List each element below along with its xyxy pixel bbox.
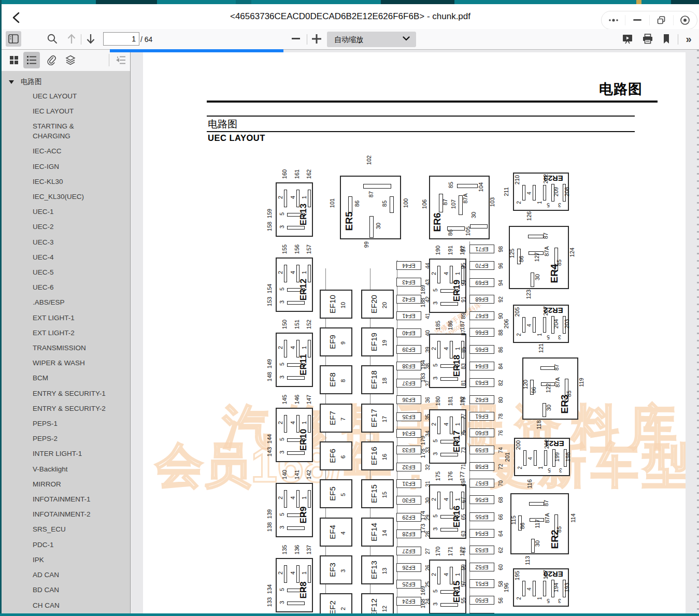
position-number: 88 <box>497 330 504 336</box>
pin-label: 5 <box>279 212 285 216</box>
toc-item-ext-light-1[interactable]: EXT LIGHT-1 <box>2 310 130 325</box>
toc-item-bd-can[interactable]: BD CAN <box>2 582 130 597</box>
position-number: 137 <box>306 545 312 554</box>
pin-label: 1 <box>537 201 543 204</box>
prev-page-button[interactable] <box>64 31 79 47</box>
layers-tab[interactable] <box>62 52 79 68</box>
outline-panel: 电路图 UEC LAYOUTIEC LAYOUTSTARTING &CHARGI… <box>2 71 130 613</box>
toc-item-srs-ecu[interactable]: SRS_ECU <box>2 522 130 537</box>
toc-item-uec-5[interactable]: UEC-5 <box>2 265 130 280</box>
position-number: 99 <box>363 241 369 248</box>
fuse-label: EF60 <box>475 430 488 436</box>
pin-label: 4 <box>290 496 296 499</box>
more-tools-button[interactable]: » <box>681 31 696 47</box>
toc-item-uec-4[interactable]: UEC-4 <box>2 250 130 265</box>
minimize-button[interactable] <box>625 11 649 29</box>
toc-item-infotainment-1[interactable]: INFOTAINMENT-1 <box>2 492 130 507</box>
fuse-label: EF51 <box>475 581 488 587</box>
pin-label: 87A <box>462 193 468 204</box>
toc-item-inter-light-1[interactable]: INTER LIGHT-1 <box>2 446 130 461</box>
zoom-in-button[interactable] <box>309 31 324 47</box>
position-number: 194 <box>553 583 559 592</box>
close-button[interactable] <box>674 11 697 29</box>
position-number: 76 <box>497 430 504 436</box>
bookmark-button[interactable] <box>659 31 674 47</box>
position-number: 66 <box>497 514 504 520</box>
toc-item-pdc-1[interactable]: PDC-1 <box>2 537 130 552</box>
toc-item-ipk[interactable]: IPK <box>2 552 130 567</box>
toc-item-uec-3[interactable]: UEC-3 <box>2 235 130 250</box>
position-number: 175 <box>435 471 441 481</box>
toc-item-entry-security-1[interactable]: ENTRY & SECURITY-1 <box>2 386 130 401</box>
pin-label: 2 <box>431 423 437 426</box>
restore-button[interactable] <box>650 11 673 29</box>
toc-item-entry-security-2[interactable]: ENTRY & SECURITY-2 <box>2 401 130 416</box>
pin-label: 4 <box>290 271 296 274</box>
toc-item-iec-acc[interactable]: IEC-ACC <box>2 144 130 159</box>
toc-item-iec-ign[interactable]: IEC-IGN <box>2 159 130 174</box>
toc-item-peps-1[interactable]: PEPS-1 <box>2 416 130 431</box>
outline-icon <box>26 55 37 65</box>
restore-icon <box>657 16 666 25</box>
toc-item-mirror[interactable]: MIRROR <box>2 477 130 492</box>
zoom-select[interactable]: 自动缩放 <box>327 32 416 47</box>
pin-label: 4 <box>443 498 449 501</box>
toc-item-iec-kl30-uec[interactable]: IEC_KL30(UEC) <box>2 189 130 204</box>
toc-item-transmission[interactable]: TRANSMISSION <box>2 340 130 355</box>
toc-item-ch-can[interactable]: CH CAN <box>2 598 130 613</box>
pin-label: 3 <box>279 451 285 454</box>
pin-label: 30 <box>546 405 552 411</box>
position-number: 62 <box>497 547 504 553</box>
fuse-label: EF37 <box>402 380 415 386</box>
toc-item-uec-6[interactable]: UEC-6 <box>2 280 130 295</box>
thumbnails-tab[interactable] <box>6 52 22 68</box>
search-button[interactable] <box>45 31 60 47</box>
toc-item-uec-2[interactable]: UEC-2 <box>2 219 130 234</box>
toc-item-uec-1[interactable]: UEC-1 <box>2 204 130 219</box>
fuse-label: EF26 <box>402 565 415 571</box>
position-number: 119 <box>578 378 584 387</box>
pin-label: 127 <box>534 252 540 262</box>
position-number: 153 <box>266 297 273 306</box>
sidebar-toggle-button[interactable] <box>6 31 21 47</box>
toc-root-item[interactable]: 电路图 <box>2 71 130 87</box>
presentation-mode-button[interactable] <box>620 31 635 47</box>
fuse-label: EF17 <box>369 409 378 427</box>
current-outline-item-button[interactable] <box>112 52 129 68</box>
position-number: 208 <box>564 187 570 196</box>
position-number: 146 <box>294 395 300 404</box>
print-button[interactable] <box>640 31 655 47</box>
outline-tab[interactable] <box>23 52 40 68</box>
relay-name: ER12 <box>298 279 309 301</box>
more-button[interactable] <box>602 11 625 29</box>
sidebar-toggle-icon <box>8 34 19 44</box>
toc-item-iec-layout[interactable]: IEC LAYOUT <box>2 104 130 119</box>
position-number: 118 <box>536 420 542 429</box>
toc-item-bcm[interactable]: BCM <box>2 370 130 385</box>
toc-root-label: 电路图 <box>21 77 42 87</box>
arrow-up-icon <box>66 33 77 45</box>
page-number-input[interactable] <box>103 32 139 46</box>
pin-label: 2 <box>431 272 437 275</box>
relay-name: ER8 <box>298 581 309 598</box>
toc-item-abs-esp[interactable]: .ABS/ESP <box>2 295 130 310</box>
pin-label: 5 <box>279 438 285 441</box>
toc-item-v-backlight[interactable]: V-Backlight <box>2 462 130 477</box>
toc-item-wiper-wash[interactable]: WIPER & WASH <box>2 355 130 370</box>
toc-item-starting-charging[interactable]: STARTING &CHARGING <box>2 119 130 144</box>
fuse-label: EF39 <box>402 347 415 353</box>
pin-bar <box>437 567 440 584</box>
toc-list: UEC LAYOUTIEC LAYOUTSTARTING &CHARGINGIE… <box>2 89 130 613</box>
toc-item-infotainment-2[interactable]: INFOTAINMENT-2 <box>2 507 130 522</box>
toc-item-iec-kl30[interactable]: IEC-KL30 <box>2 174 130 189</box>
toc-item-ext-light-2[interactable]: EXT LIGHT-2 <box>2 325 130 340</box>
toc-item-ad-can[interactable]: AD CAN <box>2 567 130 582</box>
attachments-tab[interactable] <box>43 52 60 68</box>
pin-label: 2 <box>277 571 283 575</box>
zoom-out-button[interactable] <box>288 31 304 47</box>
toc-item-uec-layout[interactable]: UEC LAYOUT <box>2 89 130 104</box>
toc-item-peps-2[interactable]: PEPS-2 <box>2 431 130 446</box>
minus-icon <box>292 38 300 40</box>
pdf-viewer-area[interactable]: 汽修帮手册资料库 会员168/年， 更新车型 汽修帮手册资料库 ID:74960… <box>131 50 699 613</box>
next-page-button[interactable] <box>83 31 98 47</box>
